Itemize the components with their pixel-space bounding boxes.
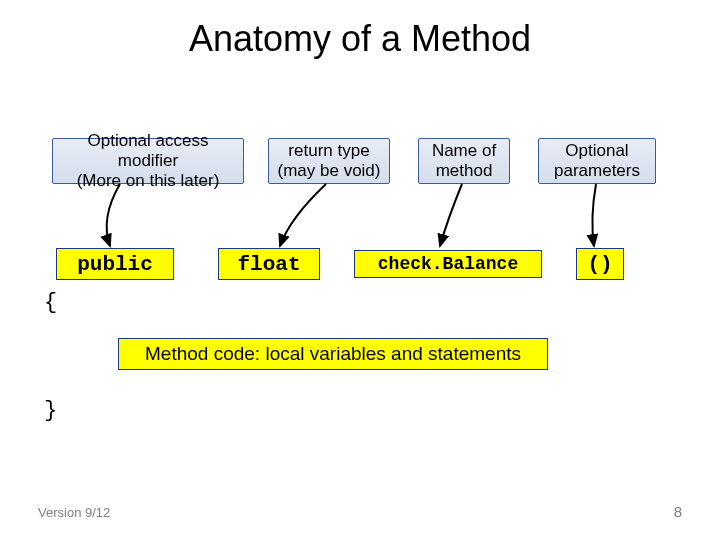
label-line: Optional access modifier	[59, 131, 237, 171]
token-check-balance: check.Balance	[354, 250, 542, 278]
footer-version: Version 9/12	[38, 505, 110, 520]
label-access-modifier: Optional access modifier (More on this l…	[52, 138, 244, 184]
token-float: float	[218, 248, 320, 280]
slide-title: Anatomy of a Method	[0, 0, 720, 60]
label-line: parameters	[554, 161, 640, 181]
label-method-name: Name of method	[418, 138, 510, 184]
footer-page-number: 8	[674, 503, 682, 520]
open-brace: {	[44, 290, 57, 315]
label-line: Name of	[432, 141, 496, 161]
token-parens: ()	[576, 248, 624, 280]
close-brace: }	[44, 398, 57, 423]
slide: Anatomy of a Method Optional access modi…	[0, 0, 720, 540]
label-line: return type	[288, 141, 369, 161]
label-parameters: Optional parameters	[538, 138, 656, 184]
label-line: (More on this later)	[77, 171, 220, 191]
label-line: method	[436, 161, 493, 181]
label-line: (may be void)	[278, 161, 381, 181]
label-line: Optional	[565, 141, 628, 161]
label-return-type: return type (may be void)	[268, 138, 390, 184]
token-public: public	[56, 248, 174, 280]
method-body-box: Method code: local variables and stateme…	[118, 338, 548, 370]
